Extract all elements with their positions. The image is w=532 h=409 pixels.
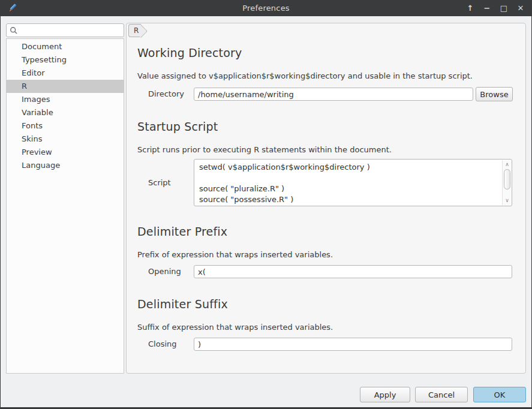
sidebar-search xyxy=(6,23,124,37)
preferences-window: Preferences ↑ − □ ✕ Document Typesetting… xyxy=(0,0,532,409)
script-input[interactable]: setwd( v$application$r$working$directory… xyxy=(194,160,502,206)
section-heading-delimiter-suffix: Delimiter Suffix xyxy=(137,297,228,311)
sidebar-item-preview[interactable]: Preview xyxy=(7,146,124,159)
browse-button[interactable]: Browse xyxy=(476,87,513,101)
section-heading-startup-script: Startup Script xyxy=(137,120,218,133)
close-icon[interactable]: ✕ xyxy=(514,2,527,15)
apply-button[interactable]: Apply xyxy=(360,387,410,402)
opening-label: Opening xyxy=(148,267,181,276)
app-pen-icon xyxy=(8,3,18,13)
section-heading-delimiter-prefix: Delimiter Prefix xyxy=(137,225,227,238)
minimize-icon[interactable]: − xyxy=(480,2,494,15)
sidebar-item-typesetting[interactable]: Typesetting xyxy=(7,53,124,67)
rollup-icon[interactable]: ↑ xyxy=(464,2,477,15)
directory-label: Directory xyxy=(148,89,184,98)
titlebar: Preferences ↑ − □ ✕ xyxy=(0,0,532,16)
closing-delimiter-input[interactable] xyxy=(194,338,512,351)
sidebar-item-r[interactable]: R xyxy=(7,80,124,93)
scrollbar-thumb[interactable] xyxy=(504,169,510,190)
sidebar-item-fonts[interactable]: Fonts xyxy=(7,119,124,133)
section-desc-delimiter-suffix: Suffix of expression that wraps inserted… xyxy=(137,323,333,332)
breadcrumb[interactable]: R xyxy=(128,24,141,37)
section-desc-working-directory: Value assigned to v$application$r$workin… xyxy=(137,71,473,80)
dialog-body: Document Typesetting Editor R Images Var… xyxy=(1,16,531,407)
script-label: Script xyxy=(148,178,171,187)
search-icon xyxy=(10,26,18,35)
ok-button[interactable]: OK xyxy=(473,387,526,402)
section-desc-delimiter-prefix: Prefix of expression that wraps inserted… xyxy=(137,250,333,259)
sidebar-item-language[interactable]: Language xyxy=(7,159,124,172)
maximize-icon[interactable]: □ xyxy=(497,2,510,15)
scroll-up-icon[interactable]: ∧ xyxy=(503,161,512,169)
breadcrumb-label: R xyxy=(134,26,139,35)
script-scrollbar[interactable]: ∧ ∨ xyxy=(502,160,511,205)
window-title: Preferences xyxy=(0,4,532,13)
sidebar-item-images[interactable]: Images xyxy=(7,93,124,106)
sidebar-nav: Document Typesetting Editor R Images Var… xyxy=(6,38,124,374)
section-desc-startup-script: Script runs prior to executing R stateme… xyxy=(137,145,392,154)
sidebar-item-skins[interactable]: Skins xyxy=(7,133,124,146)
cancel-button[interactable]: Cancel xyxy=(415,387,468,402)
window-controls: ↑ − □ ✕ xyxy=(464,0,527,16)
section-heading-working-directory: Working Directory xyxy=(137,46,242,59)
sidebar-item-document[interactable]: Document xyxy=(7,40,124,53)
script-editor[interactable]: setwd( v$application$r$working$directory… xyxy=(194,159,512,206)
opening-delimiter-input[interactable] xyxy=(194,265,512,278)
settings-panel-r: R Working Directory Value assigned to v$… xyxy=(126,23,526,374)
sidebar-item-variable[interactable]: Variable xyxy=(7,106,124,119)
sidebar-item-editor[interactable]: Editor xyxy=(7,67,124,80)
directory-input[interactable] xyxy=(194,88,473,101)
search-input[interactable] xyxy=(21,24,122,37)
scroll-down-icon[interactable]: ∨ xyxy=(503,197,512,204)
closing-label: Closing xyxy=(148,339,177,348)
